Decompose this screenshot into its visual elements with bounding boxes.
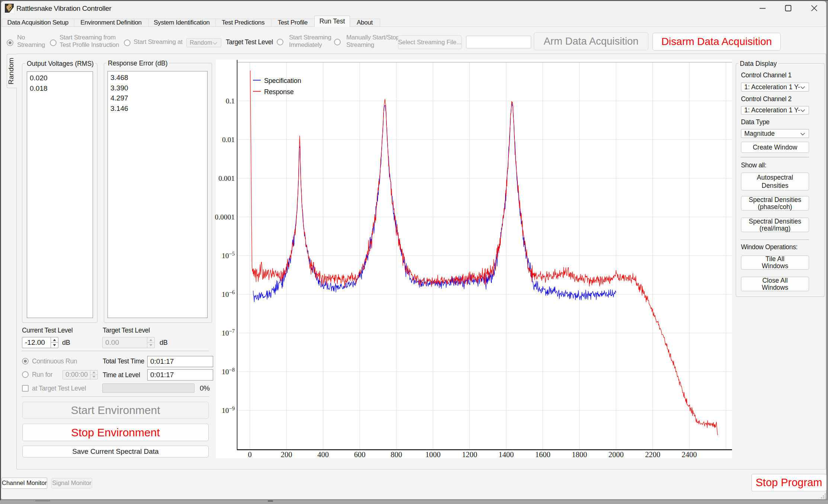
svg-text:200: 200 [281, 450, 292, 459]
svg-text:0.001: 0.001 [218, 174, 235, 182]
svg-text:2400: 2400 [682, 450, 697, 459]
svg-text:Specification: Specification [264, 77, 301, 84]
svg-text:10−5: 10−5 [222, 251, 235, 260]
svg-text:0.01: 0.01 [222, 136, 235, 144]
svg-text:1000: 1000 [426, 450, 441, 459]
svg-text:10−7: 10−7 [222, 328, 235, 337]
svg-text:800: 800 [391, 450, 402, 459]
svg-text:2000: 2000 [609, 450, 624, 459]
svg-text:1800: 1800 [572, 450, 587, 459]
svg-text:10−9: 10−9 [222, 405, 235, 414]
svg-text:10−6: 10−6 [222, 289, 235, 298]
svg-text:1600: 1600 [535, 450, 551, 459]
svg-text:1400: 1400 [498, 450, 514, 459]
svg-text:600: 600 [354, 450, 366, 459]
svg-text:Response: Response [264, 88, 294, 96]
svg-text:0.0001: 0.0001 [215, 213, 235, 221]
svg-text:10−8: 10−8 [222, 367, 235, 376]
svg-text:2200: 2200 [645, 450, 660, 459]
svg-text:400: 400 [317, 450, 329, 459]
svg-text:0.1: 0.1 [226, 97, 235, 105]
svg-text:1200: 1200 [462, 450, 477, 459]
svg-text:0: 0 [248, 450, 252, 459]
